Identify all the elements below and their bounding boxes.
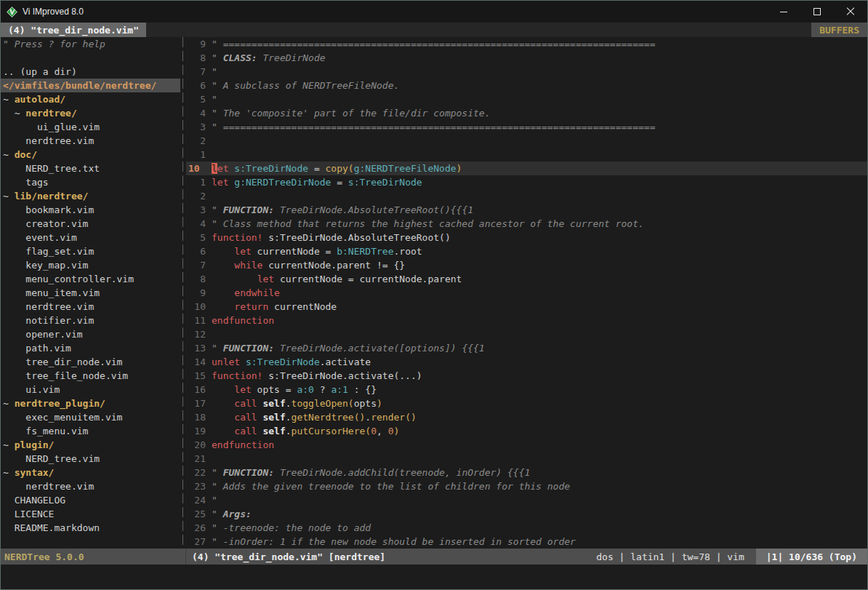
editor-line[interactable]: 4" Class method that returns the highest… [186,217,867,231]
text-segment [212,301,234,312]
editor-line[interactable]: 19 call self.putCursorHere(0, 0) [186,424,867,438]
editor-line[interactable]: 16 let opts = a:0 ? a:1 : {} [186,383,867,396]
minimize-button[interactable] [767,1,800,23]
editor-line[interactable]: 12 [186,327,867,341]
editor-line[interactable]: 7 while currentNode.parent != {} [186,258,867,272]
nerdtree-row[interactable]: nerdtree.vim [1,134,180,148]
nerdtree-row[interactable]: tree_dir_node.vim [1,355,180,369]
editor-line[interactable]: 11endfunction [186,314,867,327]
text-segment: autoload/ [15,94,65,105]
nerdtree-row[interactable]: ~ doc/ [1,148,180,162]
nerdtree-row[interactable]: LICENCE [1,507,180,521]
nerdtree-row[interactable]: ui_glue.vim [1,120,180,134]
editor-line[interactable]: 6 let currentNode = b:NERDTree.root [186,244,867,258]
tab-tree-dir-node[interactable]: (4) "tree_dir_node.vim" [1,23,146,37]
editor-line[interactable]: 9" =====================================… [186,37,867,51]
nerdtree-row[interactable]: notifier.vim [1,314,180,327]
editor-line[interactable]: 3" FUNCTION: TreeDirNode.AbsoluteTreeRoo… [186,203,867,217]
editor-line[interactable]: 2 [186,134,867,148]
editor-line[interactable]: 7" [186,65,867,79]
nerdtree-row[interactable]: key_map.vim [1,258,180,272]
editor-line[interactable]: 17 call self.toggleOpen(opts) [186,396,867,410]
nerdtree-row[interactable]: ui.vim [1,383,180,396]
nerdtree-row[interactable]: menu_controller.vim [1,272,180,286]
nerdtree-row[interactable]: creator.vim [1,217,180,231]
nerdtree-row[interactable]: opener.vim [1,327,180,341]
editor-line[interactable]: 5function! s:TreeDirNode.AbsoluteTreeRoo… [186,231,867,244]
nerdtree-row[interactable]: NERD_tree.txt [1,162,180,175]
editor-line[interactable]: 21 [186,452,867,466]
nerdtree-row[interactable]: nerdtree.vim [1,479,180,493]
editor-line[interactable]: 8 let currentNode = currentNode.parent [186,272,867,286]
text-segment: event.vim [3,232,77,243]
text-segment: Args: [223,509,252,519]
editor-line[interactable]: 5" [186,92,867,106]
text-segment [212,426,234,436]
window-separator[interactable] [180,37,186,549]
text-segment: while [234,260,262,271]
nerdtree-row[interactable] [1,51,180,65]
text-segment: ) [457,163,462,174]
editor-line[interactable]: 6" A subclass of NERDTreeFileNode. [186,79,867,92]
nerdtree-row[interactable]: " Press ? for help [1,37,180,51]
nerdtree-row[interactable]: flag_set.vim [1,244,180,258]
editor-line[interactable]: 14unlet s:TreeDirNode.activate [186,355,867,369]
nerdtree-row[interactable]: bookmark.vim [1,203,180,217]
nerdtree-row[interactable]: </vimfiles/bundle/nerdtree/ [1,79,180,92]
editor-line[interactable]: 1let g:NERDTreeDirNode = s:TreeDirNode [186,175,867,189]
nerdtree-row[interactable]: nerdtree.vim [1,300,180,314]
text-segment: nerdtree.vim [3,301,94,312]
editor-line[interactable]: 2 [186,189,867,203]
editor-line[interactable]: 4" The 'composite' part of the file/dir … [186,106,867,120]
nerdtree-row[interactable]: tree_file_node.vim [1,369,180,383]
editor-line[interactable]: 24" [186,493,867,507]
nerdtree-row[interactable]: ~ syntax/ [1,466,180,479]
nerdtree-row[interactable]: tags [1,175,180,189]
nerdtree-row[interactable]: path.vim [1,341,180,355]
nerdtree-row[interactable]: .. (up a dir) [1,65,180,79]
editor-line[interactable]: 15function! s:TreeDirNode.activate(...) [186,369,867,383]
text-segment: TreeDirNode.AbsoluteTreeRoot(){{{1 [274,204,473,215]
text-segment: path.vim [3,343,71,354]
nerdtree-row[interactable]: ~ nerdtree/ [1,106,180,120]
text-segment: self [262,398,285,409]
nerdtree-panel[interactable]: " Press ? for help.. (up a dir)</vimfile… [1,37,180,549]
nerdtree-row[interactable]: ~ nerdtree_plugin/ [1,396,180,410]
maximize-button[interactable] [800,1,834,23]
editor-line[interactable]: 23" Adds the given treenode to the list … [186,479,867,493]
nerdtree-row[interactable]: ~ lib/nerdtree/ [1,189,180,203]
editor-line[interactable]: 3" =====================================… [186,120,867,134]
nerdtree-row[interactable]: fs_menu.vim [1,424,180,438]
text-segment: . [286,426,292,436]
editor-line[interactable]: 9 endwhile [186,286,867,300]
editor-line[interactable]: 10let s:TreeDirNode = copy(g:NERDTreeFil… [186,162,867,175]
line-number: 10 [186,300,212,314]
nerdtree-row[interactable]: README.markdown [1,521,180,535]
nerdtree-row[interactable]: ~ autoload/ [1,92,180,106]
nerdtree-row[interactable]: ~ plugin/ [1,438,180,452]
nerdtree-row[interactable]: NERD_tree.vim [1,452,180,466]
text-segment: opts = [252,384,297,395]
editor-line[interactable]: 20endfunction [186,438,867,452]
editor-line[interactable]: 18 call self.getNerdtree().render() [186,410,867,424]
text-segment: fs_menu.vim [3,426,88,436]
text-segment: nerdtree.vim [3,481,94,492]
editor-line[interactable]: 25" Args: [186,507,867,521]
close-button[interactable] [834,1,867,23]
editor-line[interactable]: 26" -treenode: the node to add [186,521,867,535]
editor-line[interactable]: 27" -inOrder: 1 if the new node should b… [186,535,867,549]
nerdtree-row[interactable]: exec_menuitem.vim [1,410,180,424]
tabline-spacer [146,23,811,37]
editor-line[interactable]: 8" CLASS: TreeDirNode [186,51,867,65]
editor-line[interactable]: 22" FUNCTION: TreeDirNode.addChild(treen… [186,466,867,479]
editor-line[interactable]: 13" FUNCTION: TreeDirNode.activate([opti… [186,341,867,355]
nerdtree-row[interactable]: CHANGELOG [1,493,180,507]
editor-line[interactable]: 10 return currentNode [186,300,867,314]
text-segment [212,260,234,271]
editor-line[interactable]: 1 [186,148,867,162]
nerdtree-row[interactable]: menu_item.vim [1,286,180,300]
editor-panel[interactable]: 9" =====================================… [186,37,867,549]
nerdtree-row[interactable]: event.vim [1,231,180,244]
text-segment: syntax/ [15,467,55,478]
text-segment [212,274,257,284]
